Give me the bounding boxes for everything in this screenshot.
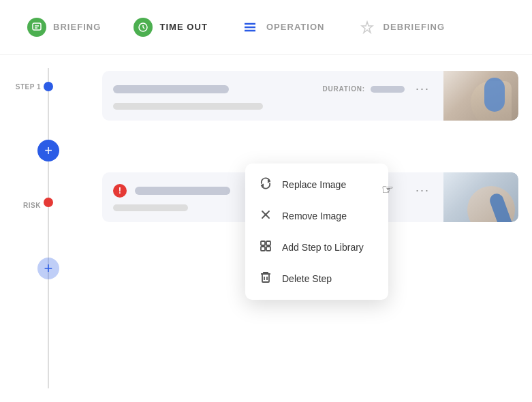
card2-sub-bar [113,204,188,211]
nav-item-briefing[interactable]: BRIEFING [27,18,101,37]
replace-image-icon [259,177,272,192]
svg-marker-9 [362,22,373,33]
cursor-indicator: ☞ [381,181,394,198]
timeout-icon [134,18,153,37]
step1-card: DURATION: ··· [102,71,518,121]
delete-step-label: Delete Step [282,273,332,284]
delete-step-item[interactable]: Delete Step [245,263,388,294]
card2-title-bar [135,187,230,195]
svg-rect-13 [266,241,270,245]
step1-dot [44,82,53,91]
remove-image-item[interactable]: Remove Image [245,200,388,232]
card2-image [443,172,518,222]
operation-icon [240,18,260,37]
svg-rect-12 [261,241,265,245]
card1-image [443,71,518,121]
replace-image-label: Replace Image [282,179,346,190]
risk-label: RISK [14,202,41,209]
add-icon-1: + [44,143,52,159]
card1-menu-button[interactable]: ··· [413,82,433,96]
add-icon-2: + [44,260,53,277]
risk-dot [44,198,53,207]
card1-body: DURATION: ··· [102,71,443,121]
duration-area: DURATION: [322,85,405,93]
svg-rect-15 [266,247,270,251]
svg-rect-14 [261,247,265,251]
card1-header: DURATION: ··· [113,82,433,96]
svg-rect-16 [262,274,269,282]
duration-label: DURATION: [322,85,365,93]
add-to-library-item[interactable]: Add Step to Library [245,232,388,263]
timeline-line [48,68,49,388]
operation-label: OPERATION [266,22,325,32]
add-to-library-label: Add Step to Library [282,242,364,253]
card1-title-bar [113,85,229,93]
duration-bar [371,86,405,93]
timeline: STEP 1 + RISK + [14,68,102,388]
debriefing-icon [358,18,377,37]
debriefing-label: DEBRIEFING [384,22,445,32]
briefing-icon [27,18,46,37]
top-navigation: BRIEFING TIME OUT OPERATION DEBR [0,0,532,55]
warning-icon: ! [113,184,127,198]
svg-rect-0 [33,23,41,30]
main-content: STEP 1 + RISK + DURATION: ··· [0,55,532,402]
card2-menu-button[interactable]: ··· [413,183,433,198]
add-step-button-2[interactable]: + [37,258,59,279]
nav-item-debriefing[interactable]: DEBRIEFING [358,18,445,37]
delete-icon [259,271,272,286]
add-step-button-1[interactable]: + [37,140,59,161]
remove-image-icon [259,208,272,223]
briefing-label: BRIEFING [53,22,101,32]
surgical-image-2 [443,172,518,222]
step1-label: STEP 1 [14,83,41,91]
nav-item-timeout[interactable]: TIME OUT [134,18,207,37]
context-dropdown-menu: Replace Image ☞ Remove Image A [245,164,388,300]
surgical-image-1 [443,71,518,121]
nav-item-operation[interactable]: OPERATION [240,18,325,37]
remove-image-label: Remove Image [282,211,347,221]
card1-sub-bar [113,103,263,110]
svg-line-5 [143,27,144,29]
library-icon [259,240,272,255]
replace-image-item[interactable]: Replace Image ☞ [245,169,388,200]
timeout-label: TIME OUT [159,22,207,32]
